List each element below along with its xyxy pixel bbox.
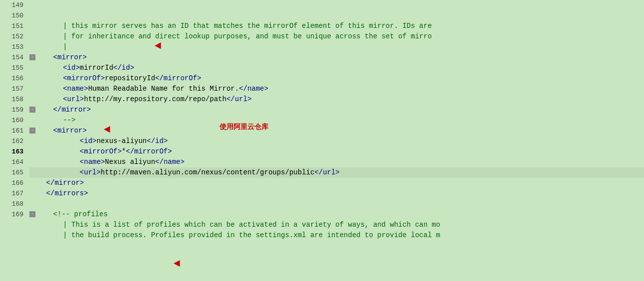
line-number-157: 157 — [2, 84, 23, 94]
line-number-156: 156 — [2, 73, 23, 84]
line-number-161: 161 — [2, 126, 23, 136]
code-line-169: | the build process. Profiles provided i… — [29, 230, 644, 241]
code-line-162: <name>Nexus aliyun</name> — [29, 157, 644, 167]
line-text: <mirrorOf>repositoryId</mirrorOf> — [29, 74, 201, 82]
line-number-168: 168 — [2, 199, 23, 209]
line-number-150: 150 — [2, 10, 23, 21]
line-text: </mirror> — [36, 106, 91, 114]
line-text: <name>Nexus aliyun</name> — [29, 158, 185, 166]
code-line-167: - <!-- profiles — [29, 209, 644, 220]
code-line-165: </mirrors> — [29, 188, 644, 199]
line-text: </mirrors> — [29, 189, 88, 197]
line-number-162: 162 — [2, 136, 23, 146]
line-text: <id>nexus-aliyun</id> — [29, 137, 168, 145]
code-line-154: <mirrorOf>repositoryId</mirrorOf> — [29, 73, 644, 84]
line-number-164: 164 — [2, 157, 23, 167]
line-text: --> — [29, 116, 75, 124]
code-editor: 1491501511521531541551561571581591601611… — [0, 0, 644, 281]
line-number-155: 155 — [2, 63, 23, 73]
line-text: | the build process. Profiles provided i… — [29, 231, 440, 239]
line-text: | — [29, 43, 67, 51]
line-number-159: 159 — [2, 105, 23, 115]
line-text: </mirror> — [29, 179, 84, 187]
code-line-166 — [29, 199, 644, 209]
code-line-163: ▶ <url>http://maven.aliyun.com/nexus/con… — [29, 167, 644, 178]
line-number-166: 166 — [2, 178, 23, 188]
line-text: <id>mirrorId</id> — [29, 64, 134, 72]
line-number-153: 153 — [2, 42, 23, 52]
code-line-159: - <mirror> — [29, 126, 644, 136]
line-text: | for inheritance and direct lookup purp… — [29, 32, 432, 40]
line-text: <mirror> — [36, 53, 87, 61]
line-number-163: 163 — [2, 146, 23, 157]
line-number-152: 152 — [2, 31, 23, 42]
line-number-158: 158 — [2, 94, 23, 105]
code-line-155: <name>Human Readable Name for this Mirro… — [29, 84, 644, 94]
line-text: <mirror> — [36, 127, 87, 135]
code-line-149: | this mirror serves has an ID that matc… — [29, 21, 644, 31]
code-line-161: <mirrorOf>*</mirrorOf> — [29, 146, 644, 157]
line-numbers: 1491501511521531541551561571581591601611… — [0, 0, 27, 281]
line-text: | This is a list of profiles which can b… — [29, 221, 440, 229]
line-text: <!-- profiles — [36, 210, 108, 218]
fold-icon[interactable]: - — [29, 211, 35, 217]
code-line-158: --> — [29, 115, 644, 126]
line-number-165: 165 — [2, 167, 23, 178]
fold-icon[interactable]: - — [29, 128, 35, 134]
line-text: <url>http://my.repository.com/repo/path<… — [29, 95, 251, 103]
fold-icon[interactable]: - — [29, 107, 35, 113]
line-text: | this mirror serves has an ID that matc… — [29, 22, 432, 30]
line-number-160: 160 — [2, 115, 23, 126]
code-line-153: <id>mirrorId</id> — [29, 63, 644, 73]
code-line-151: | — [29, 42, 644, 52]
line-text: <name>Human Readable Name for this Mirro… — [29, 85, 268, 93]
code-line-164: </mirror> — [29, 178, 644, 188]
code-content: | this mirror serves has an ID that matc… — [27, 0, 644, 281]
line-number-154: 154 — [2, 52, 23, 63]
fold-icon[interactable]: - — [29, 54, 35, 60]
line-number-167: 167 — [2, 188, 23, 199]
code-line-168: | This is a list of profiles which can b… — [29, 220, 644, 230]
line-text: <url>http://maven.aliyun.com/nexus/conte… — [29, 168, 340, 176]
code-line-160: <id>nexus-aliyun</id> — [29, 136, 644, 146]
line-text: <mirrorOf>*</mirrorOf> — [29, 147, 172, 155]
code-line-156: <url>http://my.repository.com/repo/path<… — [29, 94, 644, 105]
line-number-151: 151 — [2, 21, 23, 31]
line-number-169: 169 — [2, 209, 23, 220]
code-line-150: | for inheritance and direct lookup purp… — [29, 31, 644, 42]
line-text — [29, 200, 33, 208]
code-line-152: - <mirror> — [29, 52, 644, 63]
line-number-149: 149 — [2, 0, 23, 10]
code-line-157: - </mirror> — [29, 105, 644, 115]
